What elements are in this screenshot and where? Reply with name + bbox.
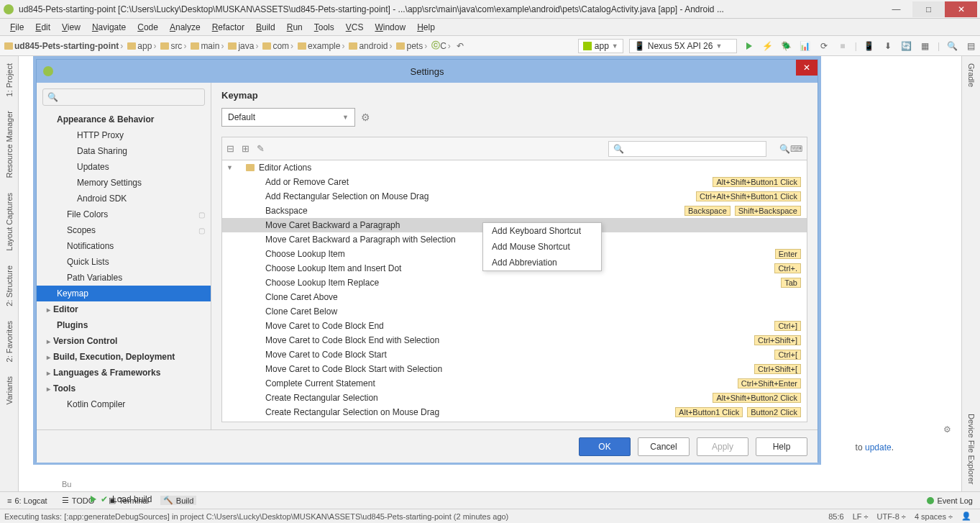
breadcrumb-main[interactable]: main: [189, 41, 226, 51]
settings-icon[interactable]: ▤: [964, 40, 977, 53]
gear-icon[interactable]: ⚙: [943, 424, 951, 435]
caret-position[interactable]: 85:6: [824, 512, 848, 521]
file-encoding[interactable]: UTF-8 ÷: [873, 512, 910, 521]
action-row[interactable]: Move Caret to Code Block StartCtrl+[: [222, 347, 807, 362]
menu-window[interactable]: Window: [369, 22, 411, 32]
nav-quick-lists[interactable]: Quick Lists: [37, 254, 211, 270]
action-row[interactable]: Create Rectangular SelectionAlt+Shift+Bu…: [222, 391, 807, 405]
action-search-input[interactable]: 🔍: [608, 141, 766, 157]
keymap-actions-tree[interactable]: Editor ActionsAdd or Remove CaretAlt+Shi…: [221, 160, 807, 422]
menu-edit[interactable]: Edit: [29, 22, 56, 32]
tab-layout-captures[interactable]: Layout Captures: [0, 186, 18, 258]
breadcrumb-java[interactable]: java: [226, 41, 261, 51]
profiler-icon[interactable]: 📊: [799, 40, 812, 53]
nav-scopes[interactable]: Scopes▢: [37, 222, 211, 238]
menu-refactor[interactable]: Refactor: [206, 22, 250, 32]
tab-build[interactable]: 🔨Build: [160, 496, 196, 505]
nav-plugins[interactable]: Plugins: [37, 317, 211, 333]
tab-logcat[interactable]: ≡6: Logcat: [4, 496, 50, 505]
layout-icon[interactable]: ▦: [919, 40, 932, 53]
tab-favorites[interactable]: 2: Favorites: [0, 314, 18, 369]
nav-back-icon[interactable]: ↶: [454, 40, 467, 53]
ctx-add-keyboard-shortcut[interactable]: Add Keyboard Shortcut: [483, 223, 601, 239]
run-config-selector[interactable]: app▼: [578, 39, 623, 53]
line-separator[interactable]: LF ÷: [848, 512, 873, 521]
dialog-close-button[interactable]: ✕: [796, 60, 818, 76]
breadcrumb-app[interactable]: app: [126, 41, 159, 51]
edit-shortcut-icon[interactable]: ✎: [257, 143, 265, 154]
search-everywhere-icon[interactable]: 🔍: [945, 40, 958, 53]
breadcrumb-class[interactable]: ⓒC: [430, 40, 454, 52]
ctx-add-mouse-shortcut[interactable]: Add Mouse Shortcut: [483, 239, 601, 255]
breadcrumb-pets[interactable]: pets: [395, 41, 430, 51]
tree-root-editor-actions[interactable]: Editor Actions: [222, 160, 807, 175]
help-button[interactable]: Help: [756, 437, 807, 456]
menu-run[interactable]: Run: [281, 22, 308, 32]
nav-notifications[interactable]: Notifications: [37, 238, 211, 254]
run-button[interactable]: [743, 40, 756, 53]
action-row[interactable]: Add or Remove CaretAlt+Shift+Button1 Cli…: [222, 175, 807, 189]
minimize-button[interactable]: —: [880, 1, 912, 17]
update-link[interactable]: update: [865, 442, 892, 452]
breadcrumb-src[interactable]: src: [159, 41, 189, 51]
stop-icon[interactable]: ■: [836, 40, 849, 53]
nav-keymap[interactable]: Keymap: [37, 286, 211, 301]
device-selector[interactable]: 📱Nexus 5X API 26▼: [629, 39, 737, 53]
nav-tools[interactable]: Tools: [37, 381, 211, 396]
attach-debugger-icon[interactable]: ⟳: [818, 40, 830, 53]
action-row[interactable]: Move Caret to Code Block EndCtrl+]: [222, 319, 807, 333]
action-row[interactable]: Add Rectangular Selection on Mouse DragC…: [222, 189, 807, 204]
inspection-icon[interactable]: 👤: [957, 511, 976, 521]
action-row[interactable]: Complete Current StatementCtrl+Shift+Ent…: [222, 376, 807, 391]
action-row[interactable]: Choose Lookup Item ReplaceTab: [222, 276, 807, 290]
action-row[interactable]: Create Rectangular Selection on Mouse Dr…: [222, 405, 807, 419]
maximize-button[interactable]: □: [912, 1, 945, 17]
tab-device-file-explorer[interactable]: Device File Explorer: [962, 406, 980, 491]
action-row[interactable]: Clone Caret Below: [222, 304, 807, 319]
breadcrumb-example[interactable]: example: [296, 41, 347, 51]
action-row[interactable]: BackspaceBackspaceShift+Backspace: [222, 204, 807, 218]
nav-android-sdk[interactable]: Android SDK: [37, 191, 211, 206]
nav-build[interactable]: Build, Execution, Deployment: [37, 349, 211, 365]
tab-event-log[interactable]: Event Log: [924, 496, 976, 505]
find-by-shortcut-icon[interactable]: 🔍⌨: [779, 144, 802, 154]
keymap-scheme-selector[interactable]: Default▼: [221, 108, 355, 127]
action-row[interactable]: Clone Caret Above: [222, 290, 807, 304]
ctx-add-abbreviation[interactable]: Add Abbreviation: [483, 255, 601, 270]
nav-editor[interactable]: Editor: [37, 301, 211, 317]
nav-languages[interactable]: Languages & Frameworks: [37, 365, 211, 381]
nav-file-colors[interactable]: File Colors▢: [37, 206, 211, 222]
debug-icon[interactable]: 🪲: [780, 40, 793, 53]
expand-all-icon[interactable]: ⊟: [226, 143, 234, 154]
menu-build[interactable]: Build: [250, 22, 281, 32]
close-button[interactable]: ✕: [945, 1, 977, 17]
tab-variants[interactable]: Variants: [0, 369, 18, 412]
tab-project[interactable]: 1: Project: [0, 56, 18, 104]
menu-analyze[interactable]: Analyze: [164, 22, 206, 32]
nav-memory[interactable]: Memory Settings: [37, 175, 211, 191]
settings-search-input[interactable]: 🔍: [42, 88, 205, 106]
sdk-manager-icon[interactable]: ⬇: [881, 40, 894, 53]
tab-structure[interactable]: 2: Structure: [0, 258, 18, 314]
menu-code[interactable]: Code: [132, 22, 164, 32]
tab-gradle[interactable]: Gradle: [962, 56, 980, 94]
collapse-all-icon[interactable]: ⊞: [242, 143, 249, 154]
breadcrumb-android[interactable]: android: [347, 41, 395, 51]
nav-kotlin-compiler[interactable]: Kotlin Compiler: [37, 396, 211, 412]
nav-path-variables[interactable]: Path Variables: [37, 270, 211, 286]
nav-updates[interactable]: Updates: [37, 159, 211, 175]
nav-version-control[interactable]: Version Control: [37, 333, 211, 349]
sync-icon[interactable]: 🔄: [900, 40, 913, 53]
menu-tools[interactable]: Tools: [308, 22, 340, 32]
nav-http-proxy[interactable]: HTTP Proxy: [37, 127, 211, 143]
nav-appearance[interactable]: Appearance & Behavior: [37, 112, 211, 127]
ok-button[interactable]: OK: [579, 437, 631, 456]
indent-setting[interactable]: 4 spaces ÷: [910, 512, 957, 521]
menu-view[interactable]: View: [56, 22, 86, 32]
menu-file[interactable]: File: [4, 22, 29, 32]
action-row[interactable]: Move Caret to Code Block Start with Sele…: [222, 362, 807, 376]
gear-icon[interactable]: ⚙: [361, 112, 370, 123]
tab-resource-manager[interactable]: Resource Manager: [0, 104, 18, 186]
apply-button[interactable]: Apply: [697, 437, 748, 456]
menu-help[interactable]: Help: [411, 22, 441, 32]
